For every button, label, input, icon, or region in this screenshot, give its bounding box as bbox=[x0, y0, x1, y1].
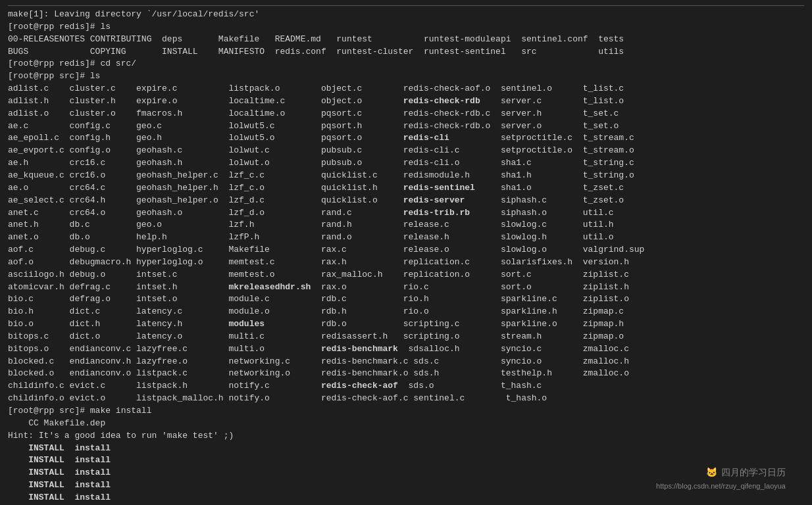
terminal-line: INSTALL install bbox=[8, 443, 804, 455]
terminal-line: atomicvar.h defrag.c intset.h mkreleased… bbox=[8, 281, 804, 294]
terminal-line: [root@rpp src]# make install bbox=[8, 405, 804, 418]
terminal-line: anet.h db.c geo.o lzf.h rand.h release.c… bbox=[8, 219, 804, 231]
terminal-line: blocked.o endianconv.o listpack.c networ… bbox=[8, 368, 804, 380]
terminal-line: Hint: It's a good idea to run 'make test… bbox=[8, 430, 804, 443]
terminal-line: ae_select.c crc64.h geohash_helper.o lzf… bbox=[8, 195, 804, 207]
terminal-line: bio.o dict.h latency.h modules rdb.o scr… bbox=[8, 318, 804, 331]
terminal-line: bitops.o endianconv.c lazyfree.c multi.o… bbox=[8, 343, 804, 356]
terminal-line: bio.c defrag.o intset.o module.c rdb.c r… bbox=[8, 293, 804, 306]
terminal-line: INSTALL install bbox=[8, 492, 804, 504]
terminal-line: aof.o debugmacro.h hyperloglog.o memtest… bbox=[8, 256, 804, 269]
terminal-line: ae.h crc16.c geohash.h lolwut.o pubsub.o… bbox=[8, 157, 804, 170]
watermark-text: 四月的学习日历 bbox=[721, 466, 786, 479]
watermark-url: https://blog.csdn.net/rzuy_qifeng_laoyua bbox=[656, 481, 786, 492]
terminal-line: asciilogo.h debug.o intset.c memtest.o r… bbox=[8, 269, 804, 281]
terminal-line: INSTALL install bbox=[8, 454, 804, 467]
watermark: 🐱 四月的学习日历 bbox=[706, 466, 786, 479]
terminal-line: bio.h dict.c latency.c module.o rdb.h ri… bbox=[8, 306, 804, 318]
terminal-line: adlist.h cluster.h expire.o localtime.c … bbox=[8, 95, 804, 108]
terminal-line: ae_kqueue.c crc16.o geohash_helper.c lzf… bbox=[8, 170, 804, 182]
watermark-icon: 🐱 bbox=[706, 466, 717, 479]
terminal-line: adlist.o cluster.o fmacros.h localtime.o… bbox=[8, 108, 804, 120]
terminal-line: ae.o crc64.c geohash_helper.h lzf_c.o qu… bbox=[8, 182, 804, 195]
terminal-line: anet.c crc64.o geohash.o lzf_d.o rand.c … bbox=[8, 207, 804, 220]
terminal-line: make[1]: Leaving directory `/usr/local/r… bbox=[8, 9, 804, 21]
terminal-line: ae_evport.c config.o geohash.c lolwut.c … bbox=[8, 145, 804, 157]
terminal-line: childinfo.c evict.c listpack.h notify.c … bbox=[8, 380, 804, 393]
terminal-line: [root@rpp redis]# ls bbox=[8, 21, 804, 34]
terminal-line: INSTALL install bbox=[8, 467, 804, 479]
terminal-line: anet.o db.o help.h lzfP.h rand.o release… bbox=[8, 231, 804, 244]
terminal-output: make[1]: Leaving directory `/usr/local/r… bbox=[8, 9, 804, 504]
terminal-line: [root@rpp redis]# cd src/ bbox=[8, 58, 804, 70]
terminal-line: [root@rpp src]# ls bbox=[8, 70, 804, 83]
terminal-line: 00-RELEASENOTES CONTRIBUTING deps Makefi… bbox=[8, 34, 804, 46]
top-separator bbox=[8, 5, 804, 6]
terminal-line: adlist.c cluster.c expire.c listpack.o o… bbox=[8, 83, 804, 95]
terminal-line: childinfo.o evict.o listpack_malloc.h no… bbox=[8, 393, 804, 405]
terminal-line: BUGS COPYING INSTALL MANIFESTO redis.con… bbox=[8, 46, 804, 59]
terminal-line: ae_epoll.c config.h geo.h lolwut5.o pqso… bbox=[8, 132, 804, 145]
terminal-line: aof.c debug.c hyperloglog.c Makefile rax… bbox=[8, 244, 804, 256]
terminal-line: CC Makefile.dep bbox=[8, 418, 804, 430]
terminal-line: bitops.c dict.o latency.o multi.c redisa… bbox=[8, 331, 804, 343]
terminal-line: ae.c config.c geo.c lolwut5.c pqsort.h r… bbox=[8, 120, 804, 133]
terminal-line: blocked.c endianconv.h lazyfree.o networ… bbox=[8, 356, 804, 368]
